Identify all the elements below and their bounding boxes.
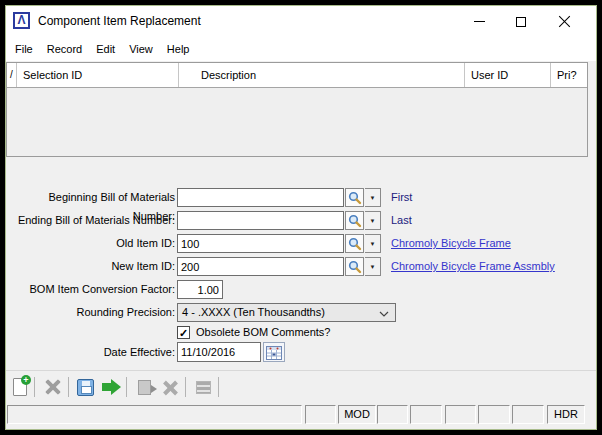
redisplay-button-disabled[interactable]: [157, 374, 183, 400]
ending-bom-input[interactable]: [177, 211, 344, 230]
toolbar-separator: [68, 377, 69, 397]
delete-icon: [44, 378, 62, 396]
lookup-icon: [348, 260, 362, 274]
transfer-icon: [138, 380, 151, 395]
date-effective-input[interactable]: [177, 342, 261, 362]
maximize-icon: [516, 17, 526, 27]
menubar: File Record Edit View Help: [6, 37, 596, 61]
list-icon: [196, 381, 211, 394]
menu-item-view[interactable]: View: [122, 40, 160, 58]
save-button[interactable]: [72, 374, 98, 400]
beginning-bom-lookup-button[interactable]: [345, 188, 364, 207]
grid-col-selection-id[interactable]: Selection ID: [17, 63, 179, 87]
minimize-icon: [474, 21, 485, 22]
status-panel: [478, 405, 510, 424]
chevron-down-icon: ▼: [370, 195, 376, 201]
ending-bom-dropdown-button[interactable]: ▼: [365, 211, 381, 230]
window-inner: Λ Component Item Replacement File Record…: [5, 5, 597, 430]
old-item-lookup-button[interactable]: [345, 234, 364, 253]
status-panel: [305, 405, 336, 424]
menu-item-record[interactable]: Record: [40, 40, 89, 58]
conversion-factor-input[interactable]: [177, 280, 223, 299]
new-record-button[interactable]: +: [7, 374, 33, 400]
status-hdr-panel: HDR: [547, 405, 585, 424]
transfer-button-disabled[interactable]: [131, 374, 157, 400]
status-mod-panel: MOD: [338, 405, 376, 424]
status-panel: [512, 405, 544, 424]
status-panel: [410, 405, 442, 424]
selection-grid: / Selection ID Description User ID Pri?: [6, 62, 588, 157]
status-panel: [445, 405, 476, 424]
process-button[interactable]: [98, 374, 124, 400]
conversion-factor-label: BOM Item Conversion Factor:: [6, 280, 175, 299]
new-item-id-input[interactable]: [177, 257, 344, 276]
menu-item-edit[interactable]: Edit: [89, 40, 122, 58]
ending-bom-label: Ending Bill of Materials Number:: [6, 211, 175, 230]
menu-item-help[interactable]: Help: [160, 40, 197, 58]
new-item-id-label: New Item ID:: [6, 257, 175, 276]
minimize-button[interactable]: [463, 6, 495, 37]
statusbar: MOD HDR: [6, 404, 596, 427]
app-logo-icon: Λ: [13, 12, 30, 29]
new-record-icon: +: [13, 378, 27, 396]
new-item-description-link[interactable]: Chromoly Bicycle Frame Assmbly: [391, 257, 555, 276]
status-panel: [377, 405, 408, 424]
lookup-icon: [348, 214, 362, 228]
delete-button[interactable]: [40, 374, 66, 400]
chevron-down-icon: [379, 311, 389, 317]
save-icon: [77, 379, 94, 396]
toolbar-separator: [34, 377, 35, 397]
status-message-panel: [7, 405, 302, 424]
grid-body-empty[interactable]: [7, 88, 587, 156]
process-arrow-icon: [102, 379, 121, 395]
plus-icon: +: [21, 375, 31, 385]
chevron-down-icon: ▼: [370, 264, 376, 270]
close-button[interactable]: [548, 6, 580, 37]
last-range-label[interactable]: Last: [391, 211, 412, 230]
ending-bom-lookup-button[interactable]: [345, 211, 364, 230]
grid-col-marker: /: [7, 63, 17, 87]
check-icon: ✓: [179, 327, 188, 339]
toolbar-separator: [218, 377, 219, 397]
chevron-down-icon: ▼: [370, 241, 376, 247]
new-item-lookup-button[interactable]: [345, 257, 364, 276]
old-item-id-label: Old Item ID:: [6, 234, 175, 253]
grid-col-description[interactable]: Description: [179, 63, 465, 87]
new-item-dropdown-button[interactable]: ▼: [365, 257, 381, 276]
window-title: Component Item Replacement: [38, 6, 201, 37]
beginning-bom-label: Beginning Bill of Materials Number:: [6, 188, 175, 207]
component-item-replacement-window: Λ Component Item Replacement File Record…: [0, 0, 602, 435]
obsolete-comments-checkbox[interactable]: ✓: [177, 326, 190, 339]
rounding-precision-value: 4 - .XXXX (Ten Thousandths): [182, 306, 325, 318]
calendar-button[interactable]: [263, 342, 285, 362]
titlebar: Λ Component Item Replacement: [6, 6, 596, 37]
date-effective-label: Date Effective:: [6, 342, 175, 361]
first-range-label[interactable]: First: [391, 188, 412, 207]
toolbar-separator: [126, 377, 127, 397]
old-item-dropdown-button[interactable]: ▼: [365, 234, 381, 253]
toolbar: +: [6, 370, 596, 403]
chevron-down-icon: ▼: [370, 218, 376, 224]
list-button-disabled[interactable]: [190, 374, 216, 400]
old-item-id-input[interactable]: [177, 234, 344, 253]
grid-col-user-id[interactable]: User ID: [465, 63, 551, 87]
grid-col-pri[interactable]: Pri?: [551, 63, 587, 87]
close-icon: [558, 15, 571, 28]
rounding-precision-label: Rounding Precision:: [6, 303, 175, 322]
rounding-precision-select[interactable]: 4 - .XXXX (Ten Thousandths): [177, 303, 396, 322]
maximize-button[interactable]: [505, 6, 537, 37]
beginning-bom-input[interactable]: [177, 188, 344, 207]
lookup-icon: [348, 191, 362, 205]
lookup-icon: [348, 237, 362, 251]
toolbar-separator: [185, 377, 186, 397]
redisplay-icon: [162, 379, 179, 396]
menu-item-file[interactable]: File: [15, 40, 40, 58]
grid-header: / Selection ID Description User ID Pri?: [7, 63, 587, 88]
beginning-bom-dropdown-button[interactable]: ▼: [365, 188, 381, 207]
old-item-description-link[interactable]: Chromoly Bicycle Frame: [391, 234, 511, 253]
obsolete-comments-label: Obsolete BOM Comments?: [196, 325, 331, 340]
calendar-icon: [266, 345, 282, 360]
